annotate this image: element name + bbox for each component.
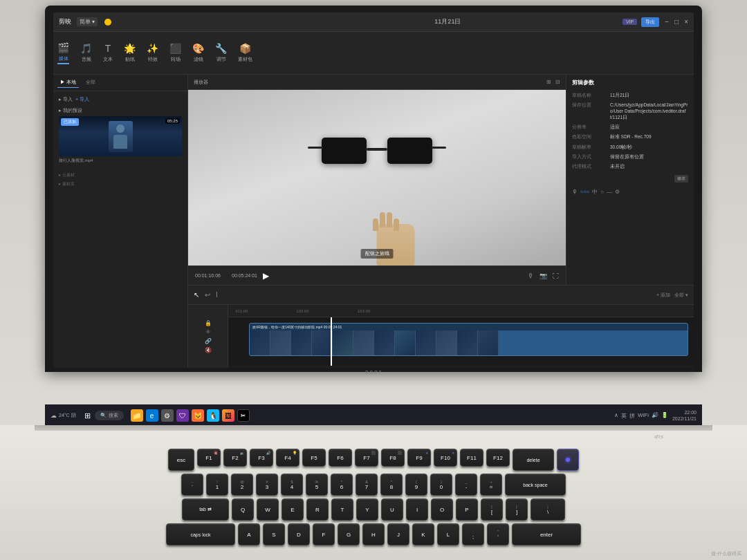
key-9[interactable]: (9 bbox=[405, 474, 427, 496]
toolbar-effects[interactable]: ✨ 特效 bbox=[147, 43, 158, 63]
key-backslash[interactable]: |\ bbox=[531, 498, 565, 521]
circle-icon[interactable]: ○ bbox=[600, 189, 604, 195]
app-explorer[interactable]: 📁 bbox=[131, 409, 143, 422]
key-f6[interactable]: F6 bbox=[329, 449, 352, 467]
key-f12[interactable]: F12 bbox=[486, 449, 510, 467]
key-semicolon[interactable]: :; bbox=[462, 523, 484, 545]
app-qq[interactable]: 🐧 bbox=[207, 409, 219, 422]
key-y[interactable]: Y bbox=[356, 498, 378, 521]
play-button[interactable]: ▶ bbox=[263, 271, 269, 281]
tray-expand[interactable]: ∧ bbox=[614, 412, 618, 420]
toolbar-sticker[interactable]: 🌟 贴纸 bbox=[124, 43, 136, 63]
tab-cloud[interactable]: 全部 bbox=[83, 77, 98, 88]
key-r[interactable]: R bbox=[306, 498, 329, 521]
key-3[interactable]: #3 bbox=[256, 474, 278, 496]
minimize-button[interactable]: − bbox=[665, 18, 669, 26]
export-button[interactable]: 导出 bbox=[641, 17, 659, 27]
toolbar-filter[interactable]: 🎨 滤镜 bbox=[192, 43, 204, 63]
key-tab[interactable]: tab ⇄ bbox=[182, 498, 229, 521]
key-7[interactable]: &7 bbox=[356, 474, 378, 496]
key-f3[interactable]: 🔊F3 bbox=[250, 449, 273, 467]
key-f4[interactable]: 💡F4 bbox=[276, 449, 299, 467]
key-enter[interactable]: enter bbox=[512, 523, 581, 545]
app-capcut[interactable]: ✂ bbox=[237, 409, 250, 422]
video-clip[interactable]: 旅XR眼镜，给你一度140英寸的移动影院.mp4 00:05:24:01 bbox=[249, 323, 688, 356]
key-f5[interactable]: F5 bbox=[302, 449, 326, 467]
key-i[interactable]: I bbox=[406, 498, 428, 521]
key-g[interactable]: G bbox=[338, 523, 360, 545]
app-shield[interactable]: 🛡 bbox=[176, 409, 189, 422]
key-j[interactable]: J bbox=[387, 523, 409, 545]
key-f9[interactable]: ☀F9 bbox=[407, 449, 431, 467]
key-backspace[interactable]: back space bbox=[505, 474, 566, 496]
grid-icon[interactable]: ⊟ bbox=[555, 79, 560, 85]
key-4[interactable]: $4 bbox=[281, 474, 303, 496]
windows-start[interactable]: ⊞ bbox=[84, 411, 91, 420]
key-o[interactable]: O bbox=[431, 498, 453, 521]
key-e[interactable]: E bbox=[282, 498, 304, 521]
mic-ctrl[interactable]: 🎙 bbox=[572, 189, 578, 195]
key-quote[interactable]: "' bbox=[487, 523, 509, 545]
key-backtick[interactable]: ~` bbox=[181, 474, 203, 496]
key-k[interactable]: K bbox=[412, 523, 434, 545]
toolbar-text[interactable]: T 文本 bbox=[103, 43, 113, 63]
key-u[interactable]: U bbox=[381, 498, 403, 521]
app-photos[interactable]: 🖼 bbox=[222, 409, 234, 422]
minus-icon[interactable]: — bbox=[607, 189, 612, 195]
toolbar-audio[interactable]: 🎵 音频 bbox=[80, 43, 92, 63]
key-h[interactable]: H bbox=[362, 523, 385, 545]
cursor-tool[interactable]: I bbox=[216, 291, 218, 299]
tl-add-btn[interactable]: + 添加 bbox=[656, 292, 670, 299]
taskbar-search[interactable]: 🔍 搜索 bbox=[95, 411, 124, 420]
select-tool[interactable]: ↖ bbox=[194, 291, 199, 299]
edit-button[interactable]: 修改 bbox=[674, 175, 688, 183]
key-l[interactable]: L bbox=[437, 523, 459, 545]
undo-tool[interactable]: ↩ bbox=[205, 291, 210, 299]
key-f8[interactable]: ⬛F8 bbox=[381, 449, 405, 467]
key-power[interactable] bbox=[557, 449, 579, 471]
volume-icon[interactable]: 🔊 bbox=[652, 412, 658, 420]
key-esc[interactable]: esc bbox=[168, 449, 194, 471]
toolbar-media[interactable]: 🎬 媒体 bbox=[57, 42, 69, 64]
tab-local[interactable]: ▶ 本地 bbox=[57, 77, 79, 88]
settings-icon[interactable]: ⚙ bbox=[615, 189, 620, 195]
app-edge[interactable]: e bbox=[146, 409, 158, 422]
app-settings[interactable]: ⚙ bbox=[161, 409, 174, 422]
key-f[interactable]: F bbox=[313, 523, 335, 545]
import-button[interactable]: + 导入 bbox=[75, 96, 89, 103]
key-rbracket[interactable]: }] bbox=[506, 498, 528, 521]
screenshot-icon[interactable]: 📷 bbox=[540, 272, 547, 279]
key-t[interactable]: T bbox=[331, 498, 353, 521]
key-p[interactable]: P bbox=[456, 498, 478, 521]
key-q[interactable]: Q bbox=[232, 498, 254, 521]
key-f7[interactable]: ⬛F7 bbox=[355, 449, 378, 467]
key-lbracket[interactable]: {[ bbox=[481, 498, 503, 521]
key-w[interactable]: W bbox=[257, 498, 279, 521]
key-d[interactable]: D bbox=[288, 523, 310, 545]
mode-selector[interactable]: 简单 ▾ bbox=[77, 17, 98, 26]
key-minus[interactable]: _- bbox=[455, 474, 477, 496]
maximize-button[interactable]: □ bbox=[674, 18, 679, 26]
key-s[interactable]: S bbox=[263, 523, 285, 545]
toolbar-assets[interactable]: 📦 素材包 bbox=[238, 43, 252, 63]
layout-icon[interactable]: ⊞ bbox=[546, 79, 551, 85]
sub-section-cloud[interactable]: ▸ 云素材 bbox=[53, 171, 187, 180]
toolbar-adjust[interactable]: 🔧 调节 bbox=[215, 43, 227, 63]
sub-section-library[interactable]: ▸ 素材库 bbox=[53, 180, 187, 189]
key-delete[interactable]: delete bbox=[513, 449, 554, 471]
key-0[interactable]: )0 bbox=[430, 474, 452, 496]
fullscreen-icon[interactable]: ⛶ bbox=[553, 272, 559, 279]
key-6[interactable]: ^6 bbox=[331, 474, 353, 496]
toolbar-transition[interactable]: ⬛ 转场 bbox=[169, 43, 181, 63]
key-5[interactable]: %5 bbox=[306, 474, 328, 496]
mic-icon[interactable]: 🎙 bbox=[528, 272, 534, 279]
app-cat[interactable]: 🐱 bbox=[192, 409, 204, 422]
key-f1[interactable]: 🔇F1 bbox=[197, 449, 221, 467]
captions-icon[interactable]: 中 bbox=[592, 188, 598, 196]
key-f10[interactable]: ☀F10 bbox=[434, 449, 457, 467]
key-1[interactable]: !1 bbox=[206, 474, 228, 496]
key-equals[interactable]: += bbox=[480, 474, 502, 496]
close-button[interactable]: × bbox=[684, 18, 688, 26]
key-capslock[interactable]: caps lock bbox=[166, 523, 235, 545]
key-2[interactable]: @2 bbox=[231, 474, 253, 496]
